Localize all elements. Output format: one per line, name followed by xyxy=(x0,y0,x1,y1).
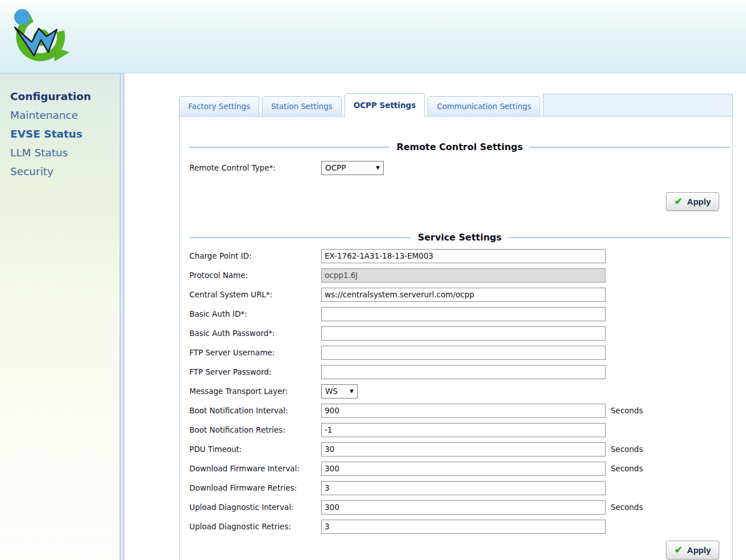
sidebar-item-configuration[interactable]: Configuration xyxy=(10,87,119,106)
field-label: Boot Notification Interval: xyxy=(189,406,321,415)
select-value: OCPP xyxy=(325,163,346,172)
form-row: Message Transport Layer:WS▼ xyxy=(180,381,732,401)
message-transport-layer-select[interactable]: WS▼ xyxy=(321,384,358,399)
sidebar-divider xyxy=(119,73,125,560)
tab-station-settings[interactable]: Station Settings xyxy=(262,96,342,116)
form-row: Protocol Name: xyxy=(180,266,732,285)
tab-bar-filler xyxy=(543,94,733,116)
app-header xyxy=(0,0,746,73)
unit-label: Seconds xyxy=(611,445,643,454)
section-divider-line xyxy=(530,147,730,148)
protocol-name-input[interactable] xyxy=(321,268,606,283)
form-row: Upload Diagnostic Interval:Seconds xyxy=(180,497,732,517)
content-area: Factory SettingsStation SettingsOCPP Set… xyxy=(125,73,746,560)
form-row: PDU Timeout:Seconds xyxy=(180,439,732,459)
field-label: Boot Notification Retries: xyxy=(189,425,321,434)
field-label: FTP Server Password: xyxy=(189,367,321,376)
check-icon: ✔ xyxy=(674,545,682,555)
apply-label: Apply xyxy=(687,197,711,206)
form-row: Boot Notification Retries: xyxy=(180,420,732,439)
tab-ocpp-settings[interactable]: OCPP Settings xyxy=(345,93,425,117)
form-row: Charge Point ID: xyxy=(180,246,732,266)
field-label: Central System URL*: xyxy=(189,290,321,299)
field-label: Download Firmware Interval: xyxy=(189,464,321,473)
service-apply-button[interactable]: ✔ Apply xyxy=(666,541,719,559)
service-apply-row: ✔ Apply xyxy=(180,541,732,559)
sidebar-item-llm-status[interactable]: LLM Status xyxy=(10,143,119,162)
basic-auth-id-input[interactable] xyxy=(321,307,606,321)
sidebar-item-evse-status[interactable]: EVSE Status xyxy=(10,125,119,143)
unit-label: Seconds xyxy=(611,464,643,473)
form-row: Remote Control Type*:OCPP▼ xyxy=(180,158,732,177)
field-label: Download Firmware Retries: xyxy=(189,483,321,492)
field-label: Upload Diagnostic Interval: xyxy=(189,503,321,512)
sidebar-menu: ConfigurationMaintenanceEVSE StatusLLM S… xyxy=(0,73,119,560)
service-section-header: Service Settings xyxy=(189,232,730,243)
settings-panel-wrap: Factory SettingsStation SettingsOCPP Set… xyxy=(179,93,733,560)
service-rows: Charge Point ID:Protocol Name:Central Sy… xyxy=(180,246,732,536)
upload-diagnostic-interval-input[interactable] xyxy=(321,500,606,515)
select-value: WS xyxy=(325,387,338,396)
field-label: Upload Diagnostic Retries: xyxy=(189,522,321,531)
dropdown-arrow-icon: ▼ xyxy=(376,165,380,171)
section-divider-line xyxy=(189,237,411,238)
form-row: Boot Notification Interval:Seconds xyxy=(180,401,732,420)
check-icon: ✔ xyxy=(674,197,682,206)
form-row: Download Firmware Interval:Seconds xyxy=(180,459,732,478)
form-row: FTP Server Username: xyxy=(180,343,732,362)
tab-communication-settings[interactable]: Communication Settings xyxy=(428,96,540,116)
download-firmware-interval-input[interactable] xyxy=(321,462,606,476)
basic-auth-password-input[interactable] xyxy=(321,326,606,341)
section-title: Remote Control Settings xyxy=(396,142,523,152)
form-row: Basic Auth Password*: xyxy=(180,323,732,343)
field-label: Basic Auth Password*: xyxy=(189,329,321,338)
remote-control-type-select[interactable]: OCPP▼ xyxy=(321,161,384,175)
tab-factory-settings[interactable]: Factory Settings xyxy=(179,96,259,116)
section-divider-line xyxy=(508,237,730,238)
ftp-server-username-input[interactable] xyxy=(321,346,606,360)
central-system-url-input[interactable] xyxy=(321,288,606,302)
boot-notification-retries-input[interactable] xyxy=(321,423,606,437)
field-label: Remote Control Type*: xyxy=(189,163,321,172)
section-title: Service Settings xyxy=(418,232,502,243)
charge-point-id-input[interactable] xyxy=(321,249,606,263)
sidebar-item-security[interactable]: Security xyxy=(10,162,119,181)
form-row: Download Firmware Retries: xyxy=(180,478,732,497)
remote-control-rows: Remote Control Type*:OCPP▼ xyxy=(180,158,732,177)
form-row: FTP Server Password: xyxy=(180,362,732,381)
settings-panel: Remote Control Settings Remote Control T… xyxy=(179,116,733,560)
field-label: FTP Server Username: xyxy=(189,348,321,357)
dropdown-arrow-icon: ▼ xyxy=(350,388,354,394)
company-logo xyxy=(6,6,71,67)
field-label: Basic Auth ID*: xyxy=(189,309,321,318)
field-label: PDU Timeout: xyxy=(189,445,321,454)
remote-control-section-header: Remote Control Settings xyxy=(189,117,730,152)
unit-label: Seconds xyxy=(611,503,643,512)
section-divider-line xyxy=(189,147,389,148)
ftp-server-password-input[interactable] xyxy=(321,365,606,379)
field-label: Message Transport Layer: xyxy=(189,387,321,396)
download-firmware-retries-input[interactable] xyxy=(321,481,606,495)
apply-label: Apply xyxy=(687,545,711,555)
form-row: Central System URL*: xyxy=(180,285,732,304)
field-label: Protocol Name: xyxy=(189,271,321,280)
form-row: Upload Diagnostic Retries: xyxy=(180,517,732,536)
pdu-timeout-input[interactable] xyxy=(321,442,606,457)
upload-diagnostic-retries-input[interactable] xyxy=(321,520,606,534)
form-row: Basic Auth ID*: xyxy=(180,304,732,323)
main-row: ConfigurationMaintenanceEVSE StatusLLM S… xyxy=(0,73,746,560)
remote-apply-button[interactable]: ✔ Apply xyxy=(666,192,719,211)
tab-bar: Factory SettingsStation SettingsOCPP Set… xyxy=(179,93,733,116)
field-label: Charge Point ID: xyxy=(189,251,321,260)
boot-notification-interval-input[interactable] xyxy=(321,404,606,418)
sidebar-item-maintenance[interactable]: Maintenance xyxy=(10,106,119,125)
unit-label: Seconds xyxy=(611,406,643,415)
remote-apply-row: ✔ Apply xyxy=(180,192,732,211)
